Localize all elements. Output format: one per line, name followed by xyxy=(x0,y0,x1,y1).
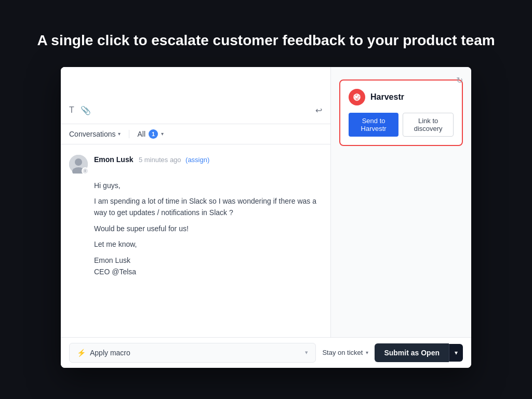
window-content: T 📎 ↩ Conversations ▾ All 1 ▾ xyxy=(61,67,471,337)
reply-icon[interactable]: ↩ xyxy=(315,105,322,115)
attachment-icon[interactable]: 📎 xyxy=(81,105,91,115)
message-line-3: Would be super useful for us! xyxy=(94,223,322,234)
left-panel: T 📎 ↩ Conversations ▾ All 1 ▾ xyxy=(61,67,331,337)
link-to-discovery-button[interactable]: Link to discovery xyxy=(403,113,454,137)
submit-button[interactable]: Submit as Open xyxy=(375,343,449,362)
right-panel: ↻ Harvestr Send to Har xyxy=(331,67,471,337)
apply-macro-chevron-icon: ▾ xyxy=(305,349,308,356)
toolbar-left: T 📎 xyxy=(69,105,91,115)
all-chevron-icon: ▾ xyxy=(161,131,164,137)
message-body: Hi guys, I am spending a lot of time in … xyxy=(94,180,322,278)
harvestr-logo xyxy=(349,89,365,105)
compose-input[interactable] xyxy=(69,75,322,101)
message-meta: Emon Lusk 5 minutes ago (assign) xyxy=(94,155,209,164)
apply-macro-button[interactable]: ⚡ Apply macro ▾ xyxy=(69,343,316,363)
compose-area: T 📎 ↩ xyxy=(61,67,330,124)
bottom-bar: ⚡ Apply macro ▾ Stay on ticket ▾ Submit … xyxy=(61,337,471,368)
unread-badge: 1 xyxy=(149,129,158,139)
message-time: 5 minutes ago xyxy=(139,156,181,164)
harvestr-logo-icon xyxy=(352,92,362,102)
lightning-icon: ⚡ xyxy=(77,349,86,357)
message-header: i Emon Lusk 5 minutes ago (assign) xyxy=(69,155,322,174)
message-line-4: Let me know, xyxy=(94,238,322,250)
apply-macro-left: ⚡ Apply macro xyxy=(77,349,130,357)
harvestr-card: Harvestr Send to Harvestr Link to discov… xyxy=(339,79,463,146)
message-sender-line: Emon Lusk 5 minutes ago (assign) xyxy=(94,155,209,164)
refresh-icon[interactable]: ↻ xyxy=(456,75,463,85)
app-window: T 📎 ↩ Conversations ▾ All 1 ▾ xyxy=(61,67,471,368)
stay-on-ticket-chevron-icon: ▾ xyxy=(366,350,368,355)
svg-point-1 xyxy=(75,158,82,166)
avatar-status-badge: i xyxy=(82,167,89,175)
text-format-icon[interactable]: T xyxy=(69,105,74,115)
message-line-2: I am spending a lot of time in Slack so … xyxy=(94,195,322,219)
message-line-1: Hi guys, xyxy=(94,180,322,191)
submit-btn-group: Submit as Open ▾ xyxy=(375,343,463,362)
conversations-label: Conversations xyxy=(69,130,116,138)
sender-name: Emon Lusk xyxy=(94,155,133,164)
message-line-5: Emon LuskCEO @Telsa xyxy=(94,255,322,278)
assign-link[interactable]: (assign) xyxy=(185,156,209,164)
stay-on-ticket-label: Stay on ticket xyxy=(322,349,363,356)
send-to-harvestr-button[interactable]: Send to Harvestr xyxy=(349,113,398,137)
stay-on-ticket-button[interactable]: Stay on ticket ▾ xyxy=(322,349,368,356)
avatar: i xyxy=(69,155,88,174)
submit-dropdown-button[interactable]: ▾ xyxy=(449,344,463,362)
harvestr-app-name: Harvestr xyxy=(370,92,404,102)
message-area: i Emon Lusk 5 minutes ago (assign) Hi gu… xyxy=(61,144,330,337)
harvestr-actions: Send to Harvestr Link to discovery xyxy=(349,113,454,137)
conversations-chevron-icon: ▾ xyxy=(118,131,121,137)
page-headline: A single click to escalate customer feed… xyxy=(16,31,515,50)
harvestr-header: Harvestr xyxy=(349,89,454,105)
conversations-bar: Conversations ▾ All 1 ▾ xyxy=(61,124,330,144)
conversations-button[interactable]: Conversations ▾ xyxy=(69,130,129,138)
all-label: All xyxy=(138,130,146,138)
apply-macro-label: Apply macro xyxy=(90,349,130,357)
all-filter-button[interactable]: All 1 ▾ xyxy=(129,129,164,139)
compose-toolbar: T 📎 ↩ xyxy=(69,101,322,115)
